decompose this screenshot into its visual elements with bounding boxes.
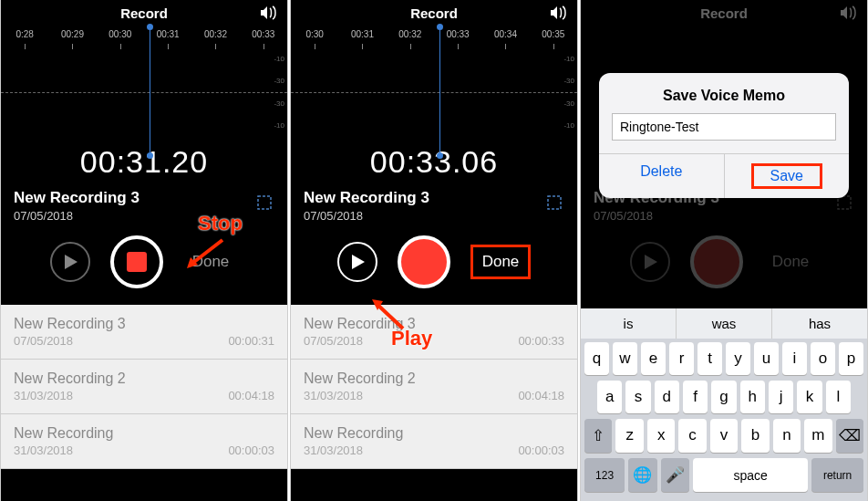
ruler-tick: 00:31 [338,29,386,39]
play-button[interactable] [50,242,90,282]
db-label: -10 [274,55,284,63]
speaker-icon[interactable] [550,5,568,25]
globe-icon: 🌐 [633,466,652,484]
key-y[interactable]: y [726,342,750,375]
waveform-baseline [291,92,577,93]
timer-display: 00:33.06 [291,144,577,180]
key-f[interactable]: f [683,381,708,413]
ruler-tick: 00:30 [97,29,144,39]
play-button[interactable] [337,242,377,282]
key-z[interactable]: z [615,419,643,453]
key-backspace[interactable]: ⌫ [836,419,863,453]
list-item[interactable]: New Recording 2 31/03/2018 00:04:18 [1,360,287,414]
key-m[interactable]: m [804,419,832,453]
key-o[interactable]: o [811,342,835,375]
suggestion-bar: is was has [581,308,867,339]
ruler-tick: 00:33 [240,29,287,39]
key-return[interactable]: return [811,458,863,492]
suggestion[interactable]: is [581,308,676,339]
key-c[interactable]: c [678,419,706,453]
recording-meta: New Recording 3 07/05/2018 [291,180,577,226]
key-n[interactable]: n [773,419,801,453]
trim-icon[interactable] [254,193,274,216]
suggestion[interactable]: was [676,308,771,339]
db-label: -30 [274,99,284,108]
current-recording-date: 07/05/2018 [304,209,564,223]
time-ruler[interactable]: 0:30 00:31 00:32 00:33 00:34 00:35 [291,27,577,51]
list-item-duration: 00:04:18 [518,389,564,402]
list-item-duration: 00:00:33 [518,334,564,348]
list-item[interactable]: New Recording 3 07/05/2018 00:00:31 [1,305,287,360]
header: Record [291,0,577,27]
done-button[interactable]: Done [470,245,532,279]
controls: Done [1,226,287,305]
key-e[interactable]: e [641,342,666,375]
speaker-icon[interactable] [260,5,278,25]
key-q[interactable]: q [584,342,609,375]
keyboard-row: 123 🌐 🎤 space return [584,458,863,492]
list-item[interactable]: New Recording 2 31/03/2018 00:04:18 [291,360,577,414]
key-g[interactable]: g [711,381,736,413]
stop-icon [127,252,147,272]
key-123[interactable]: 123 [584,458,625,492]
key-b[interactable]: b [741,419,769,453]
controls: Done [291,226,577,305]
key-v[interactable]: v [710,419,738,453]
key-globe[interactable]: 🌐 [628,458,657,492]
key-x[interactable]: x [647,419,675,453]
stop-button[interactable] [110,235,163,288]
keyboard: is was has q w e r t y u i o p a s d f g… [581,308,867,501]
keyboard-row: q w e r t y u i o p [584,342,863,375]
ruler-tick: 0:30 [291,29,338,39]
list-item[interactable]: New Recording 31/03/2018 00:00:03 [1,414,287,469]
memo-name-input[interactable] [612,113,836,141]
key-l[interactable]: l [826,381,851,413]
list-item-name: New Recording [14,425,274,442]
keyboard-row: a s d f g h j k l [584,381,863,413]
list-item-name: New Recording 2 [304,371,564,387]
key-i[interactable]: i [782,342,807,375]
key-space[interactable]: space [693,458,808,492]
key-mic[interactable]: 🎤 [661,458,690,492]
suggestion[interactable]: has [771,308,867,339]
db-label: -30 [563,99,574,108]
key-s[interactable]: s [625,381,650,413]
list-item-duration: 00:00:31 [228,334,274,348]
key-u[interactable]: u [754,342,779,375]
delete-button[interactable]: Delete [599,154,724,198]
save-button[interactable]: Save [724,154,850,198]
playhead[interactable] [439,27,440,155]
svg-rect-1 [548,196,561,209]
waveform[interactable]: -10 -30 -30 -10 [291,51,577,133]
key-j[interactable]: j [769,381,793,413]
ruler-tick: 00:31 [144,29,191,39]
keyboard-row: ⇧ z x c v b n m ⌫ [584,419,863,453]
list-item-duration: 00:00:03 [518,444,564,457]
list-item[interactable]: New Recording 3 07/05/2018 00:00:33 [291,305,577,360]
db-label: -10 [274,121,284,130]
key-d[interactable]: d [655,381,679,413]
db-label: -10 [563,121,574,130]
trim-icon[interactable] [544,193,564,216]
time-ruler[interactable]: 0:28 00:29 00:30 00:31 00:32 00:33 [1,27,287,51]
record-button[interactable] [398,235,450,288]
key-a[interactable]: a [597,381,622,413]
list-item-name: New Recording 3 [14,316,274,332]
annotation-stop: Stop [198,212,243,235]
dialog-actions: Delete Save [599,153,849,198]
playhead[interactable] [150,27,150,155]
key-p[interactable]: p [839,342,863,375]
waveform[interactable]: -10 -30 -30 -10 [1,51,287,133]
key-k[interactable]: k [797,381,822,413]
header: Record [1,0,287,27]
key-w[interactable]: w [613,342,637,375]
list-item-name: New Recording 3 [304,316,564,332]
ruler-tick: 00:33 [434,29,481,39]
key-r[interactable]: r [669,342,694,375]
key-t[interactable]: t [698,342,722,375]
recordings-list: New Recording 3 07/05/2018 00:00:33 New … [291,305,577,469]
list-item[interactable]: New Recording 31/03/2018 00:00:03 [291,414,577,469]
key-shift[interactable]: ⇧ [584,419,612,453]
ruler-tick: 00:35 [530,29,577,39]
key-h[interactable]: h [740,381,765,413]
